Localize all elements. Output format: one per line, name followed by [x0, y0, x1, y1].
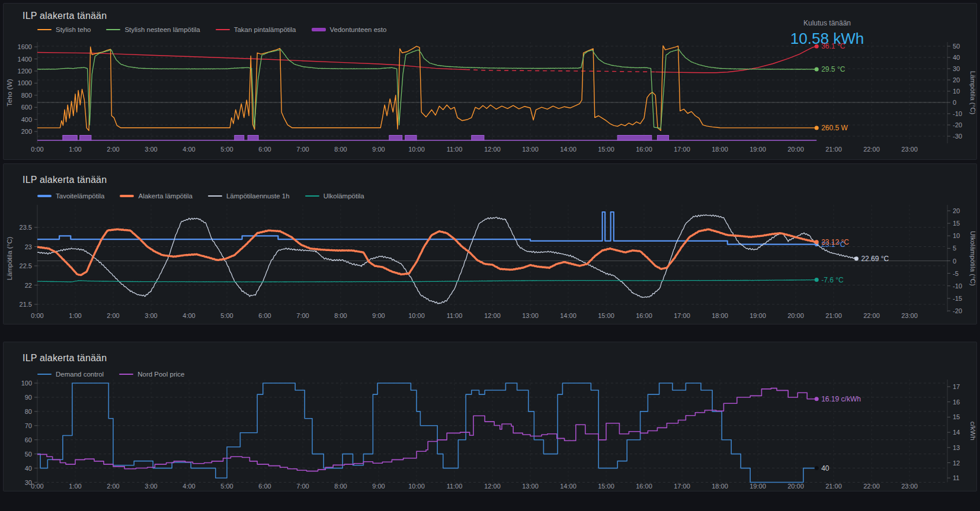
x-axis-tick: 0:00: [31, 146, 43, 153]
x-axis-tick: 2:00: [107, 146, 119, 153]
x-axis-tick: 22:00: [863, 483, 880, 490]
series-end-dot: [815, 126, 819, 130]
series-ulkol-mp-tila: [37, 280, 816, 282]
x-axis-tick: 4:00: [182, 146, 195, 153]
band: [235, 136, 244, 141]
x-axis-tick: 17:00: [674, 146, 690, 153]
x-axis-tick: 2:00: [107, 312, 119, 319]
right-axis-tick: 20: [953, 76, 960, 83]
series-value-label: 23.12 °C: [821, 238, 849, 246]
left-axis-tick: 100: [21, 380, 32, 387]
x-axis-tick: 10:00: [408, 312, 425, 319]
x-axis-tick: 8:00: [334, 483, 347, 490]
x-axis-tick: 21:00: [825, 146, 842, 153]
band: [405, 136, 417, 141]
series-alakerta-l-mp-tila: [37, 229, 816, 275]
series-end-dot: [854, 256, 859, 261]
band: [617, 136, 652, 141]
right-axis-tick: 17: [953, 383, 960, 390]
x-axis-tick: 6:00: [258, 483, 271, 490]
x-axis-tick: 23:00: [901, 312, 918, 319]
series-value-label: 260.5 W: [821, 124, 848, 132]
left-axis-tick: 40: [25, 465, 32, 472]
left-axis-tick: 80: [25, 408, 32, 415]
x-axis-tick: 18:00: [712, 146, 728, 153]
panel-demand-price-today: ILP alakerta tänään Demand controlNord P…: [3, 342, 977, 491]
x-axis-tick: 6:00: [258, 312, 271, 319]
x-axis-tick: 1:00: [69, 483, 81, 490]
x-axis-tick: 11:00: [447, 146, 463, 153]
panel-power-today: ILP alakerta tänään Stylish tehoStylish …: [3, 3, 977, 160]
right-axis-tick: -30: [953, 133, 962, 140]
left-axis-title: Teho (W): [6, 79, 13, 107]
right-axis-tick: -10: [953, 110, 962, 117]
left-axis-tick: 1200: [18, 68, 32, 75]
right-axis-tick: 14: [953, 429, 960, 436]
right-axis-tick: 16: [953, 398, 960, 406]
x-axis-tick: 22:00: [863, 146, 880, 153]
series-value-label: 22.69 °C: [861, 255, 889, 263]
left-axis-tick: 200: [21, 128, 32, 135]
temperature-chart-canvas[interactable]: 23.52322.52221.520151050-5-10-15-20Lämpö…: [4, 164, 976, 324]
x-axis-tick: 0:00: [31, 312, 43, 319]
series-value-label: 16.19 c/kWh: [821, 395, 861, 403]
x-axis-tick: 12:00: [484, 483, 501, 490]
right-axis-tick: 10: [953, 88, 960, 95]
left-axis-tick: 800: [21, 92, 32, 99]
x-axis-tick: 3:00: [145, 483, 157, 490]
x-axis-tick: 18:00: [712, 483, 728, 490]
x-axis-tick: 16:00: [636, 483, 652, 490]
x-axis-tick: 3:00: [145, 312, 157, 319]
x-axis-tick: 21:00: [825, 312, 842, 319]
right-axis-tick: 13: [953, 444, 960, 451]
demand-price-chart-canvas[interactable]: 1009080706050403017161514131211c/kWh0:00…: [4, 342, 976, 491]
right-axis-tick: 0: [953, 258, 956, 265]
series-end-dot: [815, 67, 819, 71]
right-axis-tick: 12: [953, 459, 960, 467]
left-axis-tick: 23: [25, 243, 32, 250]
left-axis-tick: 21.5: [20, 301, 32, 308]
left-axis-tick: 22: [25, 282, 32, 289]
x-axis-tick: 12:00: [484, 146, 501, 153]
x-axis-tick: 5:00: [220, 146, 233, 153]
right-axis-title: Ulkolämpötila (°C): [969, 231, 976, 286]
x-axis-tick: 15:00: [598, 146, 614, 153]
x-axis-tick: 14:00: [560, 146, 577, 153]
series-takan-pintal-mp-tila-dashed-: [466, 70, 655, 72]
right-axis-tick: -15: [953, 295, 962, 302]
x-axis-tick: 20:00: [787, 146, 804, 153]
left-axis-tick: 23.5: [20, 224, 32, 231]
x-axis-tick: 14:00: [560, 483, 577, 490]
x-axis-tick: 13:00: [522, 146, 539, 153]
right-axis-tick: 15: [953, 220, 960, 227]
x-axis-tick: 22:00: [863, 312, 880, 319]
right-axis-tick: -20: [953, 121, 962, 128]
x-axis-tick: 6:00: [258, 146, 271, 153]
x-axis-tick: 7:00: [296, 146, 309, 153]
band: [248, 136, 258, 141]
power-chart-canvas[interactable]: 160014001200100080060040020050403020100-…: [4, 4, 976, 159]
x-axis-tick: 11:00: [447, 312, 463, 319]
series-value-label: 29.5 °C: [821, 65, 845, 73]
band: [389, 136, 402, 141]
right-axis-tick: -10: [953, 282, 962, 290]
right-axis-tick: 20: [953, 207, 960, 214]
right-axis-tick: -5: [953, 270, 959, 277]
x-axis-tick: 2:00: [107, 483, 119, 490]
x-axis-tick: 8:00: [334, 146, 347, 153]
x-axis-tick: 8:00: [334, 312, 347, 319]
x-axis-tick: 16:00: [636, 146, 652, 153]
right-axis-tick: 15: [953, 413, 960, 420]
left-axis-tick: 600: [21, 104, 32, 111]
series-nord-pool-price: [37, 388, 816, 471]
x-axis-tick: 20:00: [787, 483, 804, 490]
right-axis-tick: 10: [953, 232, 960, 239]
x-axis-tick: 19:00: [750, 146, 766, 153]
x-axis-tick: 18:00: [712, 312, 728, 319]
x-axis-tick: 16:00: [636, 312, 652, 319]
x-axis-tick: 21:00: [825, 483, 842, 490]
right-axis-title: c/kWh: [969, 422, 976, 441]
left-axis-tick: 1400: [18, 56, 32, 63]
x-axis-tick: 14:00: [560, 312, 577, 319]
x-axis-tick: 17:00: [674, 483, 690, 490]
